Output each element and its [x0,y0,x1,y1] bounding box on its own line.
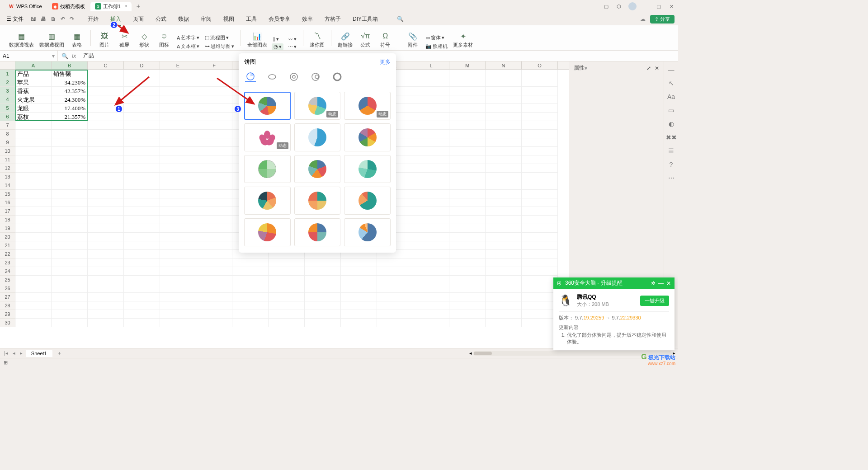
cell[interactable] [52,130,88,138]
row-header[interactable]: 17 [0,207,15,216]
cell[interactable] [160,70,196,78]
cell[interactable] [196,147,232,155]
cell[interactable] [341,319,377,327]
cell[interactable] [449,198,486,207]
cell[interactable] [522,258,558,267]
chart-thumb-3[interactable]: 动态 [344,92,391,120]
cell[interactable] [269,276,305,284]
cell[interactable] [88,250,124,258]
layers-icon[interactable]: ▭ [668,107,674,114]
cell[interactable] [341,267,377,276]
cell[interactable] [124,258,160,267]
cloud-sync-icon[interactable]: ☁ [640,16,646,22]
cell[interactable] [522,104,558,113]
cell[interactable] [160,130,196,138]
cell[interactable] [15,190,52,198]
pivot-table-button[interactable]: ▦数据透视表 [8,30,35,50]
upgrade-button[interactable]: 一键升级 [640,296,669,306]
cell[interactable] [88,121,124,130]
row-header[interactable]: 15 [0,190,15,198]
cell[interactable] [160,241,196,250]
cell[interactable] [449,78,486,87]
cell[interactable] [160,104,196,113]
cell[interactable] [269,284,305,293]
cell[interactable] [196,293,232,301]
cell[interactable] [88,284,124,293]
cell[interactable] [52,293,88,301]
cell[interactable] [486,276,522,284]
row-header[interactable]: 2 [0,78,15,87]
cell[interactable] [449,310,486,319]
cell[interactable] [486,301,522,310]
style-icon[interactable]: Aa [667,93,675,100]
cell[interactable] [15,284,52,293]
cell[interactable] [413,70,449,78]
chart-panel-more[interactable]: 更多 [380,58,391,66]
cell[interactable] [522,319,558,327]
row-header[interactable]: 24 [0,267,15,276]
cell[interactable] [124,284,160,293]
cell[interactable] [522,267,558,276]
camera-button[interactable]: 📷 照相机 [425,42,448,50]
cell[interactable] [160,138,196,147]
cell[interactable] [522,293,558,301]
cell[interactable]: 42.357% [52,87,88,95]
cell[interactable] [196,241,232,250]
cell[interactable]: 苹果 [15,78,52,87]
cell[interactable] [377,267,413,276]
cell[interactable] [377,319,413,327]
chart-thumb-14[interactable] [294,218,341,246]
cell[interactable] [486,190,522,198]
cell[interactable] [413,319,449,327]
chart-type-ring[interactable] [310,71,321,82]
cell[interactable] [413,301,449,310]
cell[interactable] [413,276,449,284]
cell[interactable] [196,207,232,216]
cell[interactable] [413,198,449,207]
cell[interactable] [88,276,124,284]
cell[interactable] [486,258,522,267]
cell[interactable] [522,310,558,319]
cell[interactable] [522,121,558,130]
row-header[interactable]: 25 [0,276,15,284]
cell[interactable] [124,155,160,164]
notify-minimize[interactable]: — [658,280,664,287]
col-header-L[interactable]: L [413,61,449,69]
tab-efficiency[interactable]: 效率 [302,14,313,24]
more-icon[interactable]: ⋯ [668,174,675,182]
cell[interactable] [124,224,160,233]
col-header-B[interactable]: B [52,61,88,69]
col-header-C[interactable]: C [88,61,124,69]
cell[interactable] [15,138,52,147]
cell[interactable] [522,70,558,78]
cell[interactable] [196,224,232,233]
cell[interactable] [52,284,88,293]
cell[interactable] [522,130,558,138]
save-icon[interactable]: 🖫 [31,16,36,22]
form-button[interactable]: ▭ 窗体 ▾ [425,34,448,42]
chart-thumb-13[interactable] [244,218,291,246]
cell[interactable] [305,301,341,310]
cell[interactable] [88,181,124,190]
cell[interactable] [232,267,269,276]
cell[interactable] [486,224,522,233]
chart-thumb-7[interactable] [244,155,291,183]
cell[interactable] [196,310,232,319]
cell[interactable] [232,258,269,267]
cell[interactable] [377,284,413,293]
cell[interactable] [486,95,522,104]
cell[interactable] [341,258,377,267]
scroll-left-icon[interactable]: ◂ [469,350,472,356]
cell[interactable] [449,258,486,267]
cell[interactable] [15,198,52,207]
user-avatar-icon[interactable] [628,2,637,10]
cell[interactable] [413,181,449,190]
cell[interactable] [305,258,341,267]
cell[interactable] [124,130,160,138]
cell[interactable] [88,310,124,319]
cell[interactable] [88,258,124,267]
cell[interactable] [15,181,52,190]
cell[interactable] [196,138,232,147]
sheet-nav-prev[interactable]: ◂ [11,350,17,356]
cell[interactable] [196,121,232,130]
